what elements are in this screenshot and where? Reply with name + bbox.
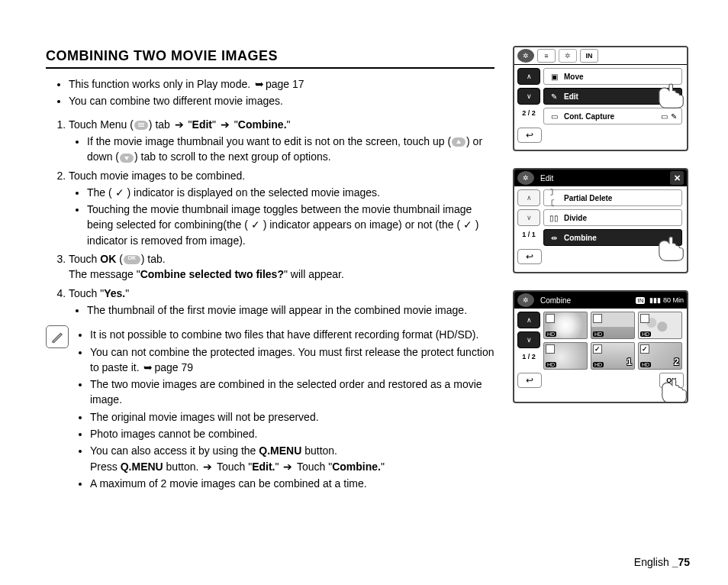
- hd-badge: HD: [546, 331, 556, 337]
- screen-title: Combine: [540, 296, 571, 305]
- text: Touch ": [214, 461, 252, 473]
- text: ": [212, 118, 219, 131]
- text: Press: [90, 461, 121, 473]
- text: button.: [163, 461, 202, 473]
- scroll-down-button[interactable]: ∨: [517, 209, 540, 226]
- menu-label: Partial Delete: [564, 194, 612, 202]
- text: ) tab to scroll to the next group of opt…: [134, 150, 331, 163]
- movie-thumbnail[interactable]: ✓ HD 2: [638, 342, 682, 370]
- text: The (: [87, 186, 115, 199]
- note-item: It is not possible to combine two files …: [90, 327, 494, 342]
- page-counter: 1 / 1: [517, 231, 540, 238]
- ok-icon: [124, 255, 140, 264]
- edit-label: Edit.: [252, 461, 275, 473]
- film-icon[interactable]: ✲: [517, 49, 534, 63]
- movie-thumbnail[interactable]: HD: [543, 342, 588, 370]
- combine-icon: ⇹: [549, 234, 559, 242]
- movie-thumbnail[interactable]: ✓ HD 1: [591, 342, 635, 370]
- edit-label: Edit: [192, 118, 212, 131]
- intro-list: This function works only in Play mode. ➥…: [46, 76, 494, 109]
- arrow-icon: ➥: [143, 360, 153, 375]
- step-3: Touch OK () tab. The message "Combine se…: [69, 251, 494, 283]
- menu-item-combine[interactable]: ⇹ Combine: [543, 229, 682, 246]
- check-icon: ✓: [115, 186, 124, 199]
- combine-label: Combine.: [238, 118, 287, 131]
- select-checkbox[interactable]: [546, 314, 555, 323]
- step-2-sub: Touching the movie thumbnail image toggl…: [87, 202, 494, 248]
- select-checkbox[interactable]: ✓: [593, 344, 602, 354]
- step-4-sub: The thumbnail of the first movie image w…: [87, 302, 494, 318]
- check-icon: ✓: [463, 218, 472, 231]
- scroll-up-button[interactable]: ∧: [517, 68, 540, 85]
- scroll-up-button[interactable]: ∧: [517, 189, 540, 206]
- text: ) indicator appears on image) or not (th…: [260, 218, 463, 231]
- text: page 79: [154, 361, 193, 373]
- movie-thumbnail[interactable]: HD: [638, 312, 682, 339]
- movie-thumbnail[interactable]: HD: [543, 312, 588, 339]
- step-4: Touch "Yes." The thumbnail of the first …: [69, 286, 494, 318]
- ok-button[interactable]: OK: [659, 373, 684, 388]
- note-icon: [46, 325, 69, 348]
- note-item: The original movie images will not be pr…: [90, 409, 494, 425]
- text: ": [231, 118, 238, 131]
- menu-item-edit[interactable]: ✎ Edit: [543, 88, 682, 105]
- menu-item-divide[interactable]: ▯▯ Divide: [543, 209, 682, 226]
- menu-item-partial-delete[interactable]: 〙〘 Partial Delete: [543, 189, 682, 206]
- text: You can also access it by using the: [90, 444, 259, 457]
- page-footer: English _75: [634, 556, 690, 568]
- text: Touch movie images to be combined.: [69, 170, 245, 182]
- back-button[interactable]: ↩: [517, 373, 542, 388]
- text: The message ": [69, 268, 140, 280]
- menu-tab[interactable]: ≡: [537, 49, 556, 63]
- text: Touch ": [69, 287, 104, 299]
- cont-capture-icon: ▭: [549, 112, 559, 121]
- ok-label: OK: [100, 253, 116, 265]
- menu-label: Edit: [564, 92, 578, 101]
- edit-icon: ✎: [549, 92, 559, 101]
- select-checkbox[interactable]: [546, 344, 555, 354]
- hd-badge: HD: [640, 362, 651, 367]
- select-checkbox[interactable]: ✓: [640, 344, 649, 354]
- page-counter: 1 / 2: [517, 353, 540, 360]
- steps-list: Touch Menu () tab ➔ "Edit" ➔ "Combine." …: [46, 117, 494, 318]
- order-number: 2: [674, 357, 679, 367]
- row-indicators: ▭✎: [661, 112, 677, 121]
- back-button[interactable]: ↩: [517, 249, 542, 264]
- menu-item-move[interactable]: ▣ Move: [543, 68, 682, 85]
- select-checkbox[interactable]: [593, 314, 602, 323]
- settings-tab[interactable]: ✲: [559, 49, 577, 63]
- text: ": [381, 461, 385, 473]
- screenshot-edit: ✲ Edit ✕ ∧ ∨ 1 / 1 〙〘 Partial Delete: [513, 168, 688, 273]
- scroll-down-button[interactable]: ∨: [517, 88, 540, 105]
- close-button[interactable]: ✕: [670, 171, 684, 185]
- film-icon: ✲: [517, 171, 534, 185]
- note-item: The two movie images are combined in the…: [90, 377, 494, 408]
- text: Touch: [69, 253, 100, 265]
- screen-topbar: ✲ ≡ ✲ IN: [514, 47, 687, 65]
- menu-label: Cont. Capture: [564, 112, 614, 121]
- note-item: You can also access it by using the Q.ME…: [90, 443, 494, 474]
- text: " will appear.: [284, 268, 344, 280]
- hd-badge: HD: [546, 362, 556, 367]
- back-button[interactable]: ↩: [517, 128, 542, 143]
- hd-badge: HD: [593, 362, 604, 367]
- text: ) tab.: [141, 253, 166, 265]
- move-icon: ▣: [549, 73, 559, 81]
- menu-label: Combine: [564, 234, 597, 242]
- menu-item-cont-capture[interactable]: ▭ Cont. Capture ▭✎: [543, 108, 682, 124]
- order-number: 1: [627, 357, 632, 367]
- text: Touch Menu (: [69, 118, 134, 131]
- divide-icon: ▯▯: [549, 214, 559, 222]
- text: button.: [301, 444, 337, 457]
- text: ": [185, 118, 192, 131]
- page-title: COMBINING TWO MOVIE IMAGES: [46, 46, 494, 69]
- arrow-icon: ➔: [283, 459, 292, 474]
- movie-thumbnail[interactable]: HD: [591, 312, 635, 339]
- scroll-down-button[interactable]: ∨: [517, 331, 540, 348]
- screen-title: Edit: [540, 174, 553, 183]
- note-item: Photo images cannot be combined.: [90, 426, 494, 441]
- scroll-up-button[interactable]: ∧: [517, 312, 540, 328]
- arrow-icon: ➔: [203, 459, 212, 474]
- select-checkbox[interactable]: [640, 314, 649, 323]
- qmenu-label: Q.MENU: [259, 444, 301, 457]
